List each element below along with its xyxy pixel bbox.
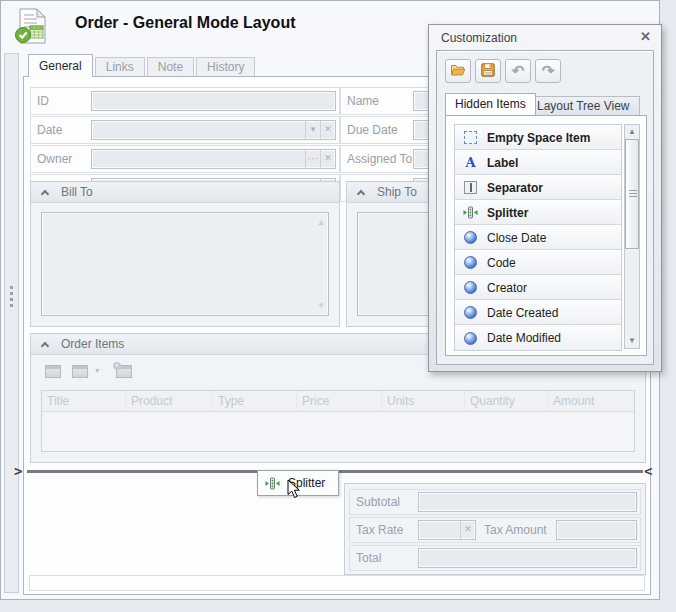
- tax-row: Tax Rate ✕ Tax Amount: [349, 517, 641, 543]
- due-date-label: Due Date: [347, 117, 398, 143]
- open-layout-button[interactable]: [445, 59, 471, 83]
- field-icon: [462, 332, 479, 345]
- collapse-icon[interactable]: [357, 190, 365, 198]
- order-document-icon: [13, 7, 51, 48]
- list-item-label: Separator: [487, 181, 543, 195]
- field-icon: [462, 281, 479, 294]
- owner-label: Owner: [37, 146, 72, 172]
- tab-layout-tree-view[interactable]: Layout Tree View: [527, 96, 640, 115]
- thumb-grip-icon: [629, 190, 637, 199]
- scroll-down-icon[interactable]: ▼: [317, 301, 325, 310]
- ellipsis-icon[interactable]: ⋯: [305, 150, 320, 168]
- separator-icon: [462, 181, 479, 194]
- splitter-icon: [264, 476, 281, 491]
- open-folder-icon: [450, 62, 466, 81]
- bill-to-memo[interactable]: ▲ ▼: [41, 212, 329, 316]
- list-item-label: Date Created: [487, 306, 558, 320]
- subtotal-row: Subtotal: [349, 489, 641, 515]
- list-item-label: Splitter: [487, 206, 528, 220]
- tab-general[interactable]: General: [28, 54, 93, 77]
- scroll-up-icon[interactable]: ▲: [625, 125, 639, 139]
- save-icon: [480, 62, 496, 81]
- list-item-label: Code: [487, 256, 516, 270]
- field-owner: Owner ⋯ ✕: [30, 145, 340, 173]
- label-icon: A: [462, 156, 479, 169]
- column-product[interactable]: Product: [126, 391, 213, 411]
- clear-icon[interactable]: ✕: [320, 150, 335, 168]
- list-item-code[interactable]: Code: [455, 250, 621, 275]
- redo-button[interactable]: ↷: [535, 59, 561, 83]
- list-item-splitter[interactable]: Splitter: [455, 200, 621, 225]
- redo-icon: ↷: [542, 62, 555, 80]
- tax-rate-label: Tax Rate: [356, 518, 403, 542]
- list-item-label: Empty Space Item: [487, 131, 590, 145]
- tab-links[interactable]: Links: [95, 57, 145, 77]
- id-input[interactable]: [91, 91, 336, 111]
- add-row-button[interactable]: +: [112, 360, 136, 382]
- field-icon: [462, 256, 479, 269]
- column-price[interactable]: Price: [297, 391, 382, 411]
- tax-rate-input[interactable]: ✕: [418, 520, 476, 540]
- chevron-down-icon[interactable]: ▾: [305, 121, 320, 139]
- column-amount[interactable]: Amount: [548, 391, 634, 411]
- collapse-icon[interactable]: [41, 190, 49, 198]
- tab-hidden-items[interactable]: Hidden Items: [445, 93, 536, 115]
- list-item-label: Creator: [487, 281, 527, 295]
- clear-icon[interactable]: ✕: [460, 521, 475, 539]
- totals-group: Subtotal Tax Rate ✕ Tax Amount Total: [344, 483, 646, 575]
- edit-row-button[interactable]: [68, 360, 92, 382]
- save-layout-button[interactable]: [475, 59, 501, 83]
- scroll-up-icon[interactable]: ▲: [317, 218, 325, 227]
- field-id: ID: [30, 87, 340, 115]
- list-item-label[interactable]: A Label: [455, 150, 621, 175]
- list-item-date-modified[interactable]: Date Modified: [455, 325, 621, 350]
- total-input[interactable]: [418, 548, 637, 568]
- clear-icon[interactable]: ✕: [320, 121, 335, 139]
- chevron-down-icon[interactable]: ▾: [92, 360, 102, 382]
- tab-note[interactable]: Note: [147, 57, 194, 77]
- list-item-separator[interactable]: Separator: [455, 175, 621, 200]
- tab-history[interactable]: History: [196, 57, 255, 77]
- id-label: ID: [37, 88, 49, 114]
- scrollbar-thumb[interactable]: [625, 139, 639, 249]
- total-row: Total: [349, 545, 641, 571]
- field-date: Date ▾ ✕: [30, 116, 340, 144]
- close-icon[interactable]: ✕: [640, 29, 651, 44]
- list-item-close-date[interactable]: Close Date: [455, 225, 621, 250]
- customization-dialog[interactable]: Customization ✕: [428, 24, 662, 372]
- scroll-down-icon[interactable]: ▼: [625, 334, 639, 348]
- bill-to-header[interactable]: Bill To: [31, 182, 339, 203]
- splitter-grip-icon: [10, 286, 13, 310]
- bill-to-title: Bill To: [61, 182, 93, 202]
- field-icon: [462, 306, 479, 319]
- assigned-to-label: Assigned To: [347, 146, 412, 172]
- drop-arrow-right-icon: <: [644, 463, 652, 479]
- list-item-date-created[interactable]: Date Created: [455, 300, 621, 325]
- column-units[interactable]: Units: [382, 391, 465, 411]
- field-icon: [462, 231, 479, 244]
- delete-row-button[interactable]: [41, 360, 65, 382]
- list-item-label: Date Modified: [487, 331, 561, 345]
- collapse-icon[interactable]: [41, 342, 49, 350]
- page-title: Order - General Mode Layout: [75, 14, 295, 32]
- undo-icon: ↶: [512, 62, 525, 80]
- list-scrollbar[interactable]: ▲ ▼: [624, 124, 640, 349]
- owner-input[interactable]: ⋯ ✕: [91, 149, 336, 169]
- tax-amount-label: Tax Amount: [484, 518, 547, 542]
- side-panel-splitter[interactable]: [4, 53, 19, 593]
- ship-to-title: Ship To: [377, 182, 417, 202]
- subtotal-input[interactable]: [418, 492, 637, 512]
- mouse-cursor-icon: [287, 479, 301, 502]
- column-type[interactable]: Type: [213, 391, 297, 411]
- list-item-label: Label: [487, 156, 518, 170]
- column-title[interactable]: Title: [42, 391, 126, 411]
- list-item-creator[interactable]: Creator: [455, 275, 621, 300]
- drop-arrow-left-icon: >: [14, 463, 22, 479]
- undo-button[interactable]: ↶: [505, 59, 531, 83]
- tax-amount-input[interactable]: [556, 520, 637, 540]
- grid-header-row: Title Product Type Price Units Quantity …: [42, 391, 634, 412]
- date-input[interactable]: ▾ ✕: [91, 120, 336, 140]
- column-quantity[interactable]: Quantity: [465, 391, 548, 411]
- dialog-title: Customization: [441, 31, 517, 45]
- list-item-empty-space[interactable]: Empty Space Item: [455, 125, 621, 150]
